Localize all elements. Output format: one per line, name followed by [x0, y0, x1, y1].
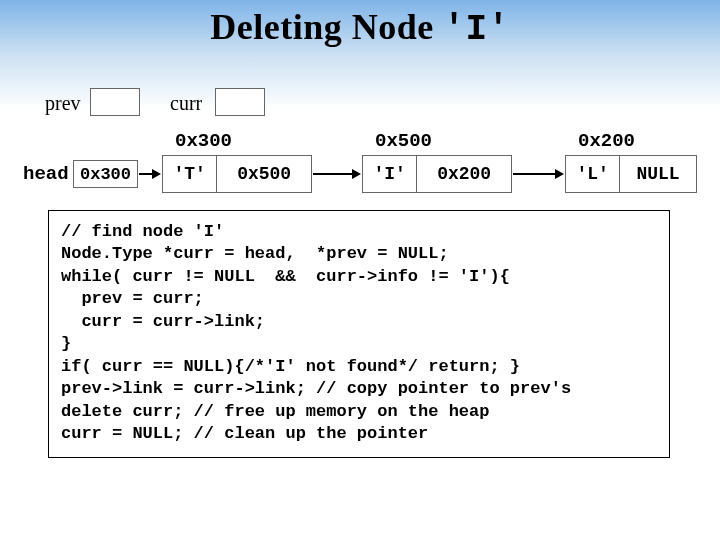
code-listing: // find node 'I' Node.Type *curr = head,… [61, 221, 657, 445]
node-i-info: 'I' [363, 156, 417, 192]
node-i-link: 0x200 [417, 156, 511, 192]
node-l-info: 'L' [566, 156, 620, 192]
curr-pointer-label: curr [170, 92, 202, 115]
title-text: Deleting Node [210, 7, 443, 47]
curr-pointer-box [215, 88, 265, 116]
node-l-link: NULL [620, 156, 696, 192]
address-node-t: 0x300 [175, 130, 232, 152]
arrow-head-to-t [139, 173, 159, 175]
head-label: head [23, 163, 69, 185]
page-title: Deleting Node 'I' [0, 6, 720, 50]
code-box: // find node 'I' Node.Type *curr = head,… [48, 210, 670, 458]
address-node-l: 0x200 [578, 130, 635, 152]
arrow-t-to-i [313, 173, 359, 175]
node-l: 'L' NULL [565, 155, 697, 193]
node-t: 'T' 0x500 [162, 155, 312, 193]
node-t-info: 'T' [163, 156, 217, 192]
arrow-i-to-l [513, 173, 562, 175]
head-pointer-box: 0x300 [73, 160, 138, 188]
prev-pointer-label: prev [45, 92, 81, 115]
prev-pointer-box [90, 88, 140, 116]
address-node-i: 0x500 [375, 130, 432, 152]
node-t-link: 0x500 [217, 156, 311, 192]
title-mono: 'I' [443, 9, 509, 50]
node-i: 'I' 0x200 [362, 155, 512, 193]
